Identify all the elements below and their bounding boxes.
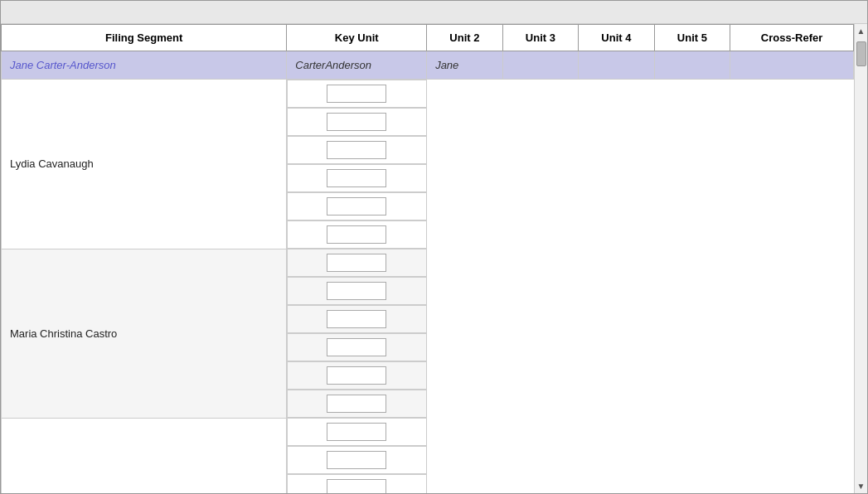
unit4-input[interactable] [327, 338, 386, 356]
row-unit3-cell[interactable] [287, 474, 426, 493]
col-header-unit5: Unit 5 [654, 25, 730, 51]
highlighted-row: Jane Carter-AndersonCarterAndersonJane [2, 51, 854, 80]
highlighted-cross-cell [730, 51, 854, 80]
title-bar [1, 1, 867, 24]
table-scroll-area[interactable]: Filing Segment Key Unit Unit 2 Unit 3 Un… [1, 24, 854, 493]
row-name-cell: Lydia Cavanaugh [2, 80, 287, 249]
close-button[interactable] [844, 4, 861, 21]
scroll-thumb[interactable] [856, 41, 866, 66]
highlighted-unit4-cell [579, 51, 655, 80]
col-header-cross-refer: Cross-Refer [730, 25, 854, 51]
highlighted-name-cell: Jane Carter-Anderson [2, 51, 287, 80]
unit2-input[interactable] [327, 282, 386, 300]
col-header-key-unit: Key Unit [287, 25, 427, 51]
key-unit-input[interactable] [327, 254, 386, 272]
row-key-unit-cell[interactable] [287, 249, 426, 277]
unit2-input[interactable] [327, 113, 386, 131]
main-layout: Filing Segment Key Unit Unit 2 Unit 3 Un… [1, 24, 867, 493]
cross-refer-input[interactable] [327, 395, 386, 413]
title-bar-right [822, 4, 861, 21]
table-row: Maria Christina Castro [2, 249, 854, 418]
row-unit2-cell[interactable] [287, 446, 426, 474]
col-header-unit3: Unit 3 [502, 25, 579, 51]
highlighted-unit5-cell [654, 51, 730, 80]
highlighted-unit3-cell [502, 51, 579, 80]
unit3-input[interactable] [327, 479, 386, 493]
row-key-unit-cell[interactable] [287, 80, 426, 108]
unit2-input[interactable] [327, 451, 386, 469]
cross-refer-input[interactable] [327, 225, 386, 244]
vertical-scrollbar[interactable]: ▲ ▼ [854, 24, 867, 493]
highlighted-key-unit-cell: CarterAnderson [287, 51, 427, 80]
unit4-input[interactable] [327, 169, 386, 187]
col-header-unit4: Unit 4 [579, 25, 655, 51]
unit5-input[interactable] [327, 366, 386, 385]
scroll-down-arrow[interactable]: ▼ [855, 479, 867, 493]
application-window: Filing Segment Key Unit Unit 2 Unit 3 Un… [0, 0, 868, 494]
filing-table: Filing Segment Key Unit Unit 2 Unit 3 Un… [1, 24, 854, 493]
row-cross-refer-cell[interactable] [287, 220, 426, 249]
row-name-cell: Vagif Agayev [2, 418, 287, 493]
row-unit2-cell[interactable] [287, 108, 426, 136]
unit5-input[interactable] [327, 197, 386, 216]
unit3-input[interactable] [327, 310, 386, 328]
row-unit3-cell[interactable] [287, 136, 426, 164]
unit3-input[interactable] [327, 141, 386, 159]
key-unit-input[interactable] [327, 423, 386, 441]
row-cross-refer-cell[interactable] [287, 390, 426, 418]
col-header-unit2: Unit 2 [427, 25, 503, 51]
table-row: Lydia Cavanaugh [2, 80, 854, 249]
row-unit4-cell[interactable] [287, 333, 426, 361]
row-unit4-cell[interactable] [287, 164, 426, 192]
row-key-unit-cell[interactable] [287, 418, 426, 446]
row-unit2-cell[interactable] [287, 277, 426, 305]
col-header-filing-segment: Filing Segment [2, 25, 287, 51]
table-row: Vagif Agayev [2, 418, 854, 493]
highlighted-unit2-cell: Jane [427, 51, 503, 80]
scroll-up-arrow[interactable]: ▲ [855, 24, 867, 38]
info-button[interactable] [822, 4, 839, 21]
row-unit5-cell[interactable] [287, 361, 426, 390]
row-unit5-cell[interactable] [287, 192, 426, 220]
row-name-cell: Maria Christina Castro [2, 249, 287, 418]
table-header-row: Filing Segment Key Unit Unit 2 Unit 3 Un… [2, 25, 854, 51]
row-unit3-cell[interactable] [287, 305, 426, 333]
key-unit-input[interactable] [327, 85, 386, 103]
